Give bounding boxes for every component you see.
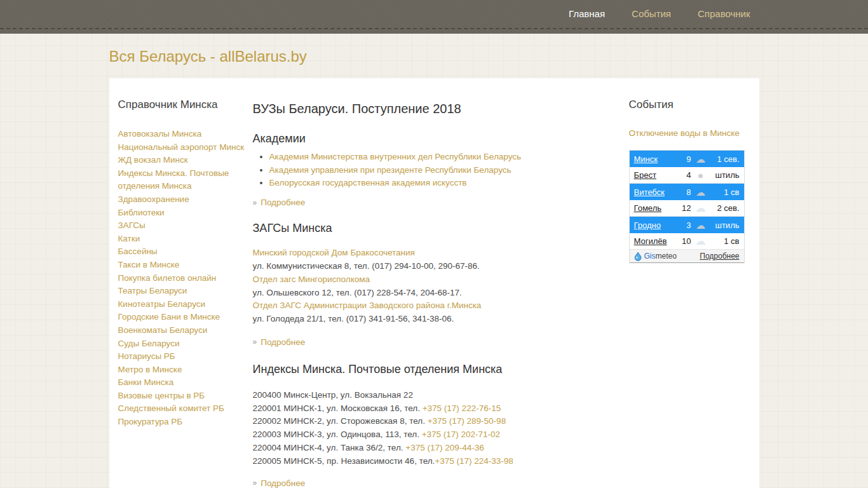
postal-line: 220003 МИНСК-3, ул. Одинцова, 113, тел. … — [253, 428, 610, 442]
sidebar-item-pokupka-biletov[interactable]: Покупка билетов онлайн — [118, 272, 253, 285]
sidebar-item-prokuratura[interactable]: Прокуратура РБ — [118, 416, 253, 429]
temperature-value: 3 — [677, 220, 691, 230]
sidebar-item-zdravoohranenie[interactable]: Здравоохранение — [118, 193, 253, 207]
sidebar-item-vizovye-centry[interactable]: Визовые центры в РБ — [118, 390, 253, 403]
phone-link[interactable]: +375 (17) 224-33-98 — [435, 456, 513, 466]
cloud-icon — [694, 154, 708, 164]
wind-value: 1 св — [708, 187, 740, 197]
weather-city-link[interactable]: Минск — [634, 154, 677, 164]
weather-city-link[interactable]: Брест — [634, 170, 677, 180]
postal-line: 220001 МИНСК-1, ул. Московская 16, тел. … — [253, 402, 610, 416]
sidebar-item-avtovokzaly[interactable]: Автовокзалы Минска — [118, 128, 253, 141]
akademiya-iskusstv-link[interactable]: Белорусская государственная академия иск… — [269, 178, 467, 187]
sidebar-item-kinoteatry[interactable]: Кинотеатры Беларуси — [118, 298, 253, 311]
zags-mingorispolkom-link[interactable]: Отдел загс Мингорисполкома — [253, 273, 610, 287]
sidebar-item-sledstvenny-komitet[interactable]: Следственный комитет РБ — [118, 402, 253, 416]
nav-item-glavnaya[interactable]: Главная — [569, 8, 605, 19]
sidebar-item-sudy[interactable]: Суды Беларуси — [118, 337, 253, 351]
sidebar-item-taksi[interactable]: Такси в Минске — [118, 259, 253, 272]
akademii-list: Академия Министерства внутренних дел Рес… — [253, 151, 610, 190]
cloud-light-icon — [694, 203, 708, 213]
postal-text: 220003 МИНСК-3, ул. Одинцова, 113, тел. — [253, 430, 422, 439]
sidebar-list: Автовокзалы Минска Национальный аэропорт… — [118, 128, 253, 429]
zags-address: ул. Коммунистическая 8, тел. (017) 294-1… — [253, 260, 610, 273]
list-item: Белорусская государственная академия иск… — [269, 177, 610, 190]
postal-text: 220004 МИНСК-4, ул. Танка 36/2, тел. — [253, 443, 406, 452]
content-panel: Справочник Минска Автовокзалы Минска Нац… — [109, 78, 759, 488]
postal-line: 200400 Минск-Центр, ул. Вокзальная 22 — [253, 389, 610, 402]
temperature-value: 4 — [677, 170, 691, 180]
events-sidebar: События Отключение воды в Минске Минск 9… — [629, 78, 759, 488]
wind-value: 1 св — [708, 236, 740, 246]
readmore-icon: » — [253, 479, 257, 487]
sidebar-item-basseyny[interactable]: Бассейны — [118, 245, 253, 259]
zags-block: Минский городской Дом Бракосочетания ул.… — [253, 247, 610, 326]
phone-link[interactable]: +375 (17) 289-50-98 — [428, 416, 506, 426]
postal-text: 220005 МИНСК-5, пр. Независимости 46, те… — [253, 456, 435, 466]
wind-value: штиль — [708, 220, 740, 230]
weather-row-mogilev: Могилёв 10 1 св — [630, 233, 744, 250]
weather-row-vitebsk: Витебск 8 1 св — [630, 184, 744, 200]
page-title: ВУЗы Беларуси. Поступление 2018 — [253, 101, 610, 116]
weather-row-brest: Брест 4 штиль — [630, 167, 744, 184]
event-water-shutdown-link[interactable]: Отключение воды в Минске — [629, 127, 745, 140]
weather-city-link[interactable]: Гомель — [634, 203, 677, 213]
events-title: События — [629, 98, 745, 111]
zags-dom-brakosochetaniya-link[interactable]: Минский городской Дом Бракосочетания — [253, 247, 610, 260]
sidebar-item-metro[interactable]: Метро в Минске — [118, 363, 253, 377]
readmore-akademii-link[interactable]: Подробнее — [261, 198, 305, 207]
gismeteo-logo[interactable]: Gis — [644, 252, 656, 261]
sidebar-title: Справочник Минска — [118, 98, 253, 111]
water-drop-icon — [634, 252, 642, 261]
section-heading-zags: ЗАГСы Минска — [253, 221, 610, 235]
phone-link[interactable]: +375 (17) 209-44-36 — [405, 443, 484, 452]
weather-footer: Gismeteo Подробнее — [630, 250, 744, 263]
postal-line: 220005 МИНСК-5, пр. Независимости 46, те… — [253, 455, 610, 468]
akademiya-upravleniya-link[interactable]: Академия управления при президенте Респу… — [269, 165, 512, 175]
sidebar-item-biblioteki[interactable]: Библиотеки — [118, 207, 253, 220]
cloud-icon — [694, 220, 708, 230]
postal-block: 200400 Минск-Центр, ул. Вокзальная 22 22… — [253, 389, 610, 468]
site-title: Вся Беларусь - allBelarus.by — [109, 34, 759, 78]
weather-more-link[interactable]: Подробнее — [700, 252, 739, 261]
sidebar-item-aeroport[interactable]: Национальный аэропорт Минск — [118, 141, 253, 154]
readmore-akademii: » Подробнее — [253, 198, 610, 207]
zags-zavodskoy-rayon-link[interactable]: Отдел ЗАГС Администрации Заводского райо… — [253, 299, 610, 313]
sidebar-item-bani[interactable]: Городские Бани в Минске — [118, 311, 253, 324]
weather-city-link[interactable]: Могилёв — [634, 236, 677, 246]
cloud-light-icon — [694, 236, 708, 246]
zags-address: ул. Ольшевского 12, тел. (017) 228-54-74… — [253, 287, 610, 300]
weather-row-gomel: Гомель 12 2 сев. — [630, 200, 744, 217]
sidebar-item-zhd-vokzal[interactable]: ЖД вокзал Минск — [118, 154, 253, 167]
phone-link[interactable]: +375 (17) 222-76-15 — [423, 403, 501, 413]
nav-item-spravochnik[interactable]: Справочник — [698, 8, 750, 19]
sidebar-item-teatry[interactable]: Театры Беларуси — [118, 285, 253, 298]
weather-city-link[interactable]: Витебск — [634, 187, 677, 197]
temperature-value: 8 — [677, 187, 691, 197]
readmore-zags-link[interactable]: Подробнее — [261, 337, 305, 347]
weather-widget: Минск 9 1 сев. Брест 4 штиль Витебск 8 1… — [629, 150, 745, 263]
nav-item-sobytiya[interactable]: События — [632, 8, 671, 19]
readmore-indeksy-link[interactable]: Подробнее — [261, 478, 305, 488]
sidebar-item-katki[interactable]: Катки — [118, 233, 253, 246]
sidebar-item-zagsy[interactable]: ЗАГСы — [118, 219, 253, 233]
top-navigation-bar: Главная События Справочник — [0, 0, 868, 34]
sidebar-item-indeksy[interactable]: Индексы Минска. Почтовые отделения Минск… — [118, 167, 253, 193]
list-item: Академия Министерства внутренних дел Рес… — [269, 151, 610, 164]
section-heading-indeksy: Индексы Минска. Почтовые отделения Минск… — [253, 362, 610, 376]
postal-text: 220002 МИНСК-2, ул. Сторожевская 8, тел. — [253, 416, 428, 426]
postal-line: 220004 МИНСК-4, ул. Танка 36/2, тел. +37… — [253, 442, 610, 455]
sidebar-item-notariusy[interactable]: Нотариусы РБ — [118, 350, 253, 363]
left-sidebar: Справочник Минска Автовокзалы Минска Нац… — [109, 78, 253, 488]
cloud-icon — [694, 187, 708, 197]
akademiya-mvd-link[interactable]: Академия Министерства внутренних дел Рес… — [269, 152, 522, 161]
phone-link[interactable]: +375 (17) 202-71-02 — [422, 430, 500, 439]
postal-text: 200400 Минск-Центр, ул. Вокзальная 22 — [253, 390, 413, 400]
sidebar-item-banki[interactable]: Банки Минска — [118, 376, 253, 390]
section-heading-akademii: Академии — [253, 132, 610, 146]
main-content: ВУЗы Беларуси. Поступление 2018 Академии… — [253, 78, 629, 488]
temperature-value: 10 — [677, 236, 691, 246]
wind-value: 1 сев. — [708, 154, 740, 164]
sidebar-item-voenkomaty[interactable]: Военкоматы Беларуси — [118, 324, 253, 337]
weather-city-link[interactable]: Гродно — [634, 220, 677, 230]
